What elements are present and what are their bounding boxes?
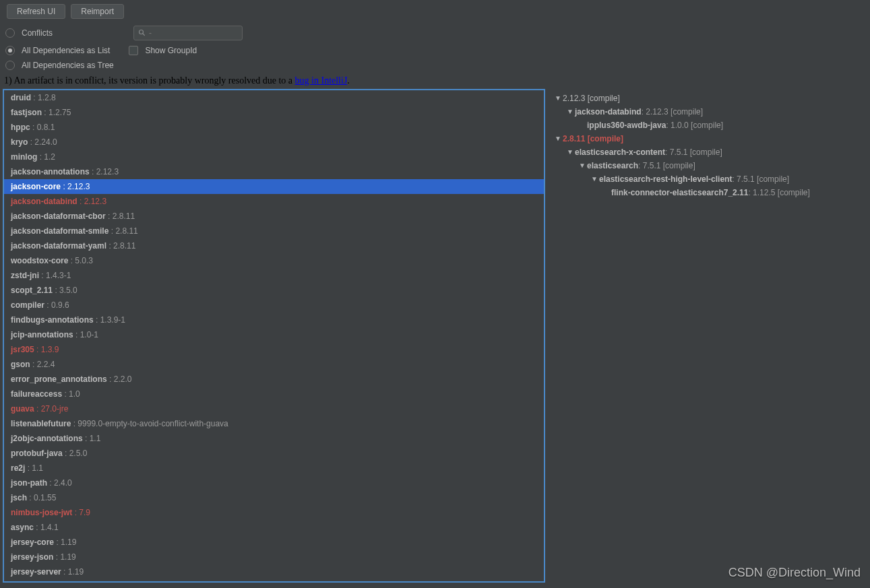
- dependency-row[interactable]: kryo : 2.24.0: [4, 135, 544, 150]
- label-conflicts: Conflicts: [22, 28, 53, 38]
- bug-link[interactable]: bug in IntelliJ: [295, 75, 348, 86]
- dependency-row[interactable]: jackson-dataformat-yaml : 2.8.11: [4, 238, 544, 253]
- dependency-row[interactable]: protobuf-java : 2.5.0: [4, 446, 544, 461]
- dependency-row[interactable]: druid : 1.2.8: [4, 90, 544, 105]
- tree-row[interactable]: ▼2.12.3 [compile]: [549, 92, 867, 105]
- dependency-row[interactable]: jackson-databind : 2.12.3: [4, 194, 544, 209]
- dependency-row[interactable]: jersey-servlet : 1.19: [4, 579, 544, 583]
- dependency-row[interactable]: jackson-core : 2.12.3: [4, 179, 544, 194]
- tree-row[interactable]: ipplus360-awdb-java : 1.0.0 [compile]: [549, 119, 867, 132]
- tree-row[interactable]: ▼elasticsearch : 7.5.1 [compile]: [549, 159, 867, 172]
- toolbar: Refresh UI Reimport: [0, 0, 870, 20]
- dependency-row[interactable]: jsr305 : 1.3.9: [4, 342, 544, 357]
- dependency-row[interactable]: guava : 27.0-jre: [4, 401, 544, 416]
- dependency-row[interactable]: re2j : 1.1: [4, 461, 544, 476]
- dependency-row[interactable]: compiler : 0.9.6: [4, 298, 544, 313]
- conflict-message: 1) An artifact is in conflict, its versi…: [0, 74, 870, 89]
- radio-all-list[interactable]: [5, 46, 15, 55]
- svg-point-0: [139, 30, 144, 34]
- label-show-groupid: Show GroupId: [145, 46, 197, 55]
- dependency-row[interactable]: listenablefuture : 9999.0-empty-to-avoid…: [4, 416, 544, 431]
- label-all-tree: All Dependencies as Tree: [22, 61, 114, 70]
- dependency-row[interactable]: zstd-jni : 1.4.3-1: [4, 268, 544, 283]
- dependency-row[interactable]: async : 1.4.1: [4, 520, 544, 535]
- dependency-row[interactable]: nimbus-jose-jwt : 7.9: [4, 505, 544, 520]
- dependency-row[interactable]: jersey-core : 1.19: [4, 535, 544, 550]
- dependency-row[interactable]: scopt_2.11 : 3.5.0: [4, 283, 544, 298]
- reimport-button[interactable]: Reimport: [71, 4, 124, 19]
- dependency-tree[interactable]: ▼2.12.3 [compile]▼jackson-databind : 2.1…: [549, 89, 867, 583]
- label-all-list: All Dependencies as List: [22, 46, 110, 55]
- dependency-row[interactable]: minlog : 1.2: [4, 150, 544, 164]
- dependency-row[interactable]: gson : 2.2.4: [4, 357, 544, 372]
- dependency-row[interactable]: json-path : 2.4.0: [4, 476, 544, 490]
- options-panel: Conflicts - All Dependencies as List Sho…: [0, 20, 870, 74]
- dependency-row[interactable]: jackson-dataformat-smile : 2.8.11: [4, 224, 544, 238]
- tree-row[interactable]: ▼elasticsearch-x-content : 7.5.1 [compil…: [549, 145, 867, 159]
- dependency-row[interactable]: jersey-server : 1.19: [4, 564, 544, 579]
- dependency-row[interactable]: fastjson : 1.2.75: [4, 105, 544, 120]
- dependency-row[interactable]: jackson-dataformat-cbor : 2.8.11: [4, 209, 544, 224]
- tree-row[interactable]: ▼2.8.11 [compile]: [549, 132, 867, 145]
- dependency-row[interactable]: hppc : 0.8.1: [4, 120, 544, 135]
- dependency-row[interactable]: jackson-annotations : 2.12.3: [4, 164, 544, 179]
- dependency-row[interactable]: failureaccess : 1.0: [4, 387, 544, 401]
- search-icon: [138, 29, 146, 37]
- split-panes: druid : 1.2.8fastjson : 1.2.75hppc : 0.8…: [0, 89, 870, 583]
- tree-row[interactable]: ▼jackson-databind : 2.12.3 [compile]: [549, 105, 867, 119]
- tree-row[interactable]: flink-connector-elasticsearch7_2.11 : 1.…: [549, 186, 867, 199]
- dependency-row[interactable]: findbugs-annotations : 1.3.9-1: [4, 313, 544, 327]
- radio-all-tree[interactable]: [5, 61, 15, 70]
- dependency-row[interactable]: jsch : 0.1.55: [4, 490, 544, 505]
- dependency-row[interactable]: jersey-json : 1.19: [4, 550, 544, 564]
- dependency-row[interactable]: woodstox-core : 5.0.3: [4, 253, 544, 268]
- dependency-row[interactable]: error_prone_annotations : 2.2.0: [4, 372, 544, 387]
- refresh-ui-button[interactable]: Refresh UI: [7, 4, 65, 19]
- dependency-list[interactable]: druid : 1.2.8fastjson : 1.2.75hppc : 0.8…: [3, 89, 545, 583]
- search-input[interactable]: -: [133, 26, 243, 40]
- dependency-row[interactable]: jcip-annotations : 1.0-1: [4, 327, 544, 342]
- dependency-row[interactable]: j2objc-annotations : 1.1: [4, 431, 544, 446]
- radio-conflicts[interactable]: [5, 28, 15, 38]
- svg-line-1: [143, 34, 145, 36]
- checkbox-show-groupid[interactable]: [129, 46, 138, 55]
- tree-row[interactable]: ▼elasticsearch-rest-high-level-client : …: [549, 172, 867, 186]
